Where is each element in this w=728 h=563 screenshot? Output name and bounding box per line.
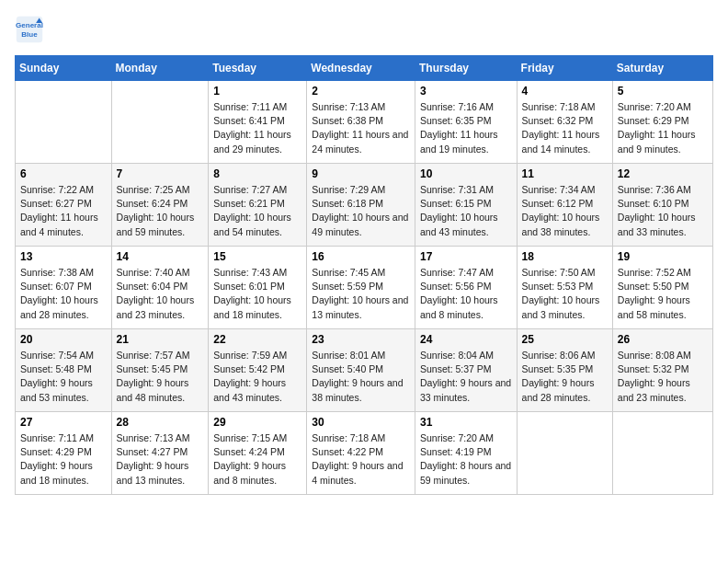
day-number: 3 <box>420 85 512 98</box>
day-detail: Sunrise: 7:38 AM Sunset: 6:07 PM Dayligh… <box>20 266 107 322</box>
calendar-cell: 29Sunrise: 7:15 AM Sunset: 4:24 PM Dayli… <box>209 412 307 495</box>
day-detail: Sunrise: 7:40 AM Sunset: 6:04 PM Dayligh… <box>117 266 204 322</box>
day-detail: Sunrise: 7:59 AM Sunset: 5:42 PM Dayligh… <box>213 349 301 405</box>
logo: General Blue <box>15 15 50 44</box>
day-detail: Sunrise: 7:13 AM Sunset: 4:27 PM Dayligh… <box>117 431 204 488</box>
day-detail: Sunrise: 8:04 AM Sunset: 5:37 PM Dayligh… <box>420 349 512 405</box>
day-number: 22 <box>213 333 301 346</box>
calendar-cell <box>612 412 712 495</box>
day-detail: Sunrise: 7:57 AM Sunset: 5:45 PM Dayligh… <box>117 349 204 405</box>
day-detail: Sunrise: 7:18 AM Sunset: 6:32 PM Dayligh… <box>522 100 608 156</box>
calendar-cell <box>111 81 209 164</box>
calendar-cell: 1Sunrise: 7:11 AM Sunset: 6:41 PM Daylig… <box>209 81 307 164</box>
calendar-cell: 18Sunrise: 7:50 AM Sunset: 5:53 PM Dayli… <box>517 247 612 329</box>
day-number: 28 <box>117 416 204 429</box>
day-number: 10 <box>420 167 512 180</box>
day-number: 18 <box>522 250 608 263</box>
day-detail: Sunrise: 7:36 AM Sunset: 6:10 PM Dayligh… <box>618 183 708 239</box>
calendar-cell: 15Sunrise: 7:43 AM Sunset: 6:01 PM Dayli… <box>209 247 307 329</box>
calendar-cell: 25Sunrise: 8:06 AM Sunset: 5:35 PM Dayli… <box>517 329 612 412</box>
calendar-cell: 7Sunrise: 7:25 AM Sunset: 6:24 PM Daylig… <box>111 164 209 247</box>
calendar-cell <box>16 81 112 164</box>
day-detail: Sunrise: 7:18 AM Sunset: 4:22 PM Dayligh… <box>312 431 410 488</box>
column-header-monday: Monday <box>111 56 209 81</box>
calendar-cell: 4Sunrise: 7:18 AM Sunset: 6:32 PM Daylig… <box>517 81 612 164</box>
calendar-cell: 8Sunrise: 7:27 AM Sunset: 6:21 PM Daylig… <box>209 164 307 247</box>
page-header: General Blue <box>15 15 713 44</box>
calendar-week-4: 20Sunrise: 7:54 AM Sunset: 5:48 PM Dayli… <box>16 329 713 412</box>
calendar-cell: 28Sunrise: 7:13 AM Sunset: 4:27 PM Dayli… <box>111 412 209 495</box>
calendar-cell: 23Sunrise: 8:01 AM Sunset: 5:40 PM Dayli… <box>307 329 415 412</box>
day-detail: Sunrise: 7:20 AM Sunset: 6:29 PM Dayligh… <box>618 100 708 156</box>
calendar-cell: 26Sunrise: 8:08 AM Sunset: 5:32 PM Dayli… <box>612 329 712 412</box>
calendar-cell: 13Sunrise: 7:38 AM Sunset: 6:07 PM Dayli… <box>16 247 112 329</box>
day-number: 16 <box>312 250 410 263</box>
calendar-cell: 27Sunrise: 7:11 AM Sunset: 4:29 PM Dayli… <box>16 412 112 495</box>
day-number: 17 <box>420 250 512 263</box>
calendar-week-5: 27Sunrise: 7:11 AM Sunset: 4:29 PM Dayli… <box>16 412 713 495</box>
day-number: 7 <box>117 167 204 180</box>
column-header-wednesday: Wednesday <box>307 56 415 81</box>
day-number: 5 <box>618 85 708 98</box>
calendar-cell <box>517 412 612 495</box>
day-number: 14 <box>117 250 204 263</box>
day-number: 25 <box>522 333 608 346</box>
calendar-cell: 11Sunrise: 7:34 AM Sunset: 6:12 PM Dayli… <box>517 164 612 247</box>
day-number: 4 <box>522 85 608 98</box>
day-detail: Sunrise: 7:54 AM Sunset: 5:48 PM Dayligh… <box>20 349 107 405</box>
day-number: 19 <box>618 250 708 263</box>
calendar-cell: 2Sunrise: 7:13 AM Sunset: 6:38 PM Daylig… <box>307 81 415 164</box>
day-detail: Sunrise: 7:16 AM Sunset: 6:35 PM Dayligh… <box>420 100 512 156</box>
logo-icon: General Blue <box>15 15 44 44</box>
day-detail: Sunrise: 7:45 AM Sunset: 5:59 PM Dayligh… <box>312 266 410 322</box>
day-number: 29 <box>213 416 301 429</box>
day-detail: Sunrise: 7:29 AM Sunset: 6:18 PM Dayligh… <box>312 183 410 239</box>
day-detail: Sunrise: 7:25 AM Sunset: 6:24 PM Dayligh… <box>117 183 204 239</box>
column-header-sunday: Sunday <box>16 56 112 81</box>
day-detail: Sunrise: 7:27 AM Sunset: 6:21 PM Dayligh… <box>213 183 301 239</box>
day-number: 9 <box>312 167 410 180</box>
day-detail: Sunrise: 7:15 AM Sunset: 4:24 PM Dayligh… <box>213 431 301 488</box>
day-number: 27 <box>20 416 107 429</box>
calendar-cell: 6Sunrise: 7:22 AM Sunset: 6:27 PM Daylig… <box>16 164 112 247</box>
calendar-cell: 19Sunrise: 7:52 AM Sunset: 5:50 PM Dayli… <box>612 247 712 329</box>
day-number: 21 <box>117 333 204 346</box>
calendar-cell: 24Sunrise: 8:04 AM Sunset: 5:37 PM Dayli… <box>415 329 517 412</box>
calendar-cell: 14Sunrise: 7:40 AM Sunset: 6:04 PM Dayli… <box>111 247 209 329</box>
calendar-cell: 20Sunrise: 7:54 AM Sunset: 5:48 PM Dayli… <box>16 329 112 412</box>
day-detail: Sunrise: 8:01 AM Sunset: 5:40 PM Dayligh… <box>312 349 410 405</box>
day-number: 15 <box>213 250 301 263</box>
column-header-saturday: Saturday <box>612 56 712 81</box>
calendar-cell: 31Sunrise: 7:20 AM Sunset: 4:19 PM Dayli… <box>415 412 517 495</box>
calendar-table: SundayMondayTuesdayWednesdayThursdayFrid… <box>15 55 713 495</box>
day-number: 1 <box>213 85 301 98</box>
day-detail: Sunrise: 7:34 AM Sunset: 6:12 PM Dayligh… <box>522 183 608 239</box>
day-number: 23 <box>312 333 410 346</box>
calendar-cell: 21Sunrise: 7:57 AM Sunset: 5:45 PM Dayli… <box>111 329 209 412</box>
calendar-week-1: 1Sunrise: 7:11 AM Sunset: 6:41 PM Daylig… <box>16 81 713 164</box>
day-detail: Sunrise: 8:08 AM Sunset: 5:32 PM Dayligh… <box>618 349 708 405</box>
day-detail: Sunrise: 7:11 AM Sunset: 4:29 PM Dayligh… <box>20 431 107 488</box>
day-detail: Sunrise: 7:20 AM Sunset: 4:19 PM Dayligh… <box>420 431 512 488</box>
calendar-cell: 30Sunrise: 7:18 AM Sunset: 4:22 PM Dayli… <box>307 412 415 495</box>
day-number: 30 <box>312 416 410 429</box>
day-detail: Sunrise: 7:31 AM Sunset: 6:15 PM Dayligh… <box>420 183 512 239</box>
day-number: 26 <box>618 333 708 346</box>
calendar-cell: 10Sunrise: 7:31 AM Sunset: 6:15 PM Dayli… <box>415 164 517 247</box>
day-detail: Sunrise: 7:47 AM Sunset: 5:56 PM Dayligh… <box>420 266 512 322</box>
day-detail: Sunrise: 7:11 AM Sunset: 6:41 PM Dayligh… <box>213 100 301 156</box>
day-detail: Sunrise: 8:06 AM Sunset: 5:35 PM Dayligh… <box>522 349 608 405</box>
calendar-cell: 17Sunrise: 7:47 AM Sunset: 5:56 PM Dayli… <box>415 247 517 329</box>
day-number: 12 <box>618 167 708 180</box>
day-detail: Sunrise: 7:50 AM Sunset: 5:53 PM Dayligh… <box>522 266 608 322</box>
day-number: 8 <box>213 167 301 180</box>
calendar-cell: 22Sunrise: 7:59 AM Sunset: 5:42 PM Dayli… <box>209 329 307 412</box>
column-header-thursday: Thursday <box>415 56 517 81</box>
column-header-tuesday: Tuesday <box>209 56 307 81</box>
day-number: 11 <box>522 167 608 180</box>
svg-text:Blue: Blue <box>21 30 38 39</box>
day-number: 24 <box>420 333 512 346</box>
column-header-friday: Friday <box>517 56 612 81</box>
day-number: 31 <box>420 416 512 429</box>
day-detail: Sunrise: 7:52 AM Sunset: 5:50 PM Dayligh… <box>618 266 708 322</box>
